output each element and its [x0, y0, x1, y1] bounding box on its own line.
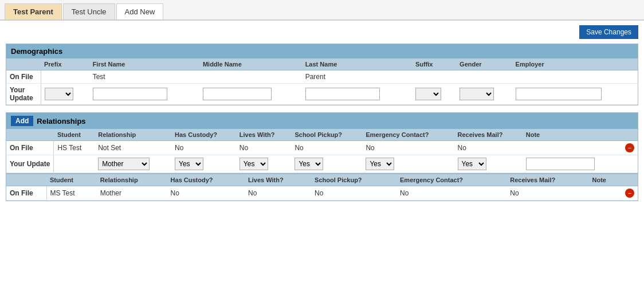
- update-gender-cell: [456, 84, 512, 105]
- relationships-title: Relationships: [37, 117, 85, 126]
- rel-of2-emergency: No: [396, 186, 506, 201]
- rel-of2-pickup: No: [311, 186, 396, 201]
- rel-of2-student: MS Test: [46, 186, 97, 201]
- delete-row-1-button[interactable]: −: [625, 143, 634, 152]
- tab-test-uncle[interactable]: Test Uncle: [63, 3, 115, 19]
- rel-col-empty: [6, 129, 54, 141]
- rel-col-mail: Receives Mail?: [454, 129, 523, 141]
- custody-select-group-1: YesNo: [175, 158, 203, 170]
- update-middle-name-cell: [199, 84, 302, 105]
- col-empty: [6, 58, 41, 70]
- rel-of2-note: [589, 186, 622, 201]
- mail-select-1[interactable]: YesNo: [458, 158, 486, 170]
- rel-upd-lives-with-1: YesNo: [236, 155, 292, 173]
- update-first-name-input[interactable]: [93, 88, 167, 100]
- rel-of-delete-1: −: [622, 141, 638, 155]
- rel-of-mail-1: No: [454, 141, 523, 155]
- rel-col-custody: Has Custody?: [171, 129, 236, 141]
- rel-upd-note-1: [523, 155, 622, 173]
- col-gender: Gender: [456, 58, 512, 70]
- your-update-label: YourUpdate: [6, 84, 41, 105]
- demographics-header: Demographics: [6, 44, 638, 58]
- rel-of2-mail: No: [506, 186, 588, 201]
- rel-on-file-label-1: On File: [6, 141, 54, 155]
- on-file-gender: [456, 70, 512, 84]
- rel-of-relationship-1: Not Set: [95, 141, 171, 155]
- on-file-first-name: Test: [89, 70, 199, 84]
- save-changes-button[interactable]: Save Changes: [579, 25, 638, 39]
- rel-col2-mail: Receives Mail?: [506, 174, 588, 186]
- on-file-last-name: Parent: [302, 70, 412, 84]
- col-middle-name: Middle Name: [199, 58, 302, 70]
- custody-select-1[interactable]: YesNo: [175, 158, 203, 170]
- rel-col-note: Note: [523, 129, 622, 141]
- col-suffix: Suffix: [412, 58, 456, 70]
- on-file-prefix: [41, 70, 89, 84]
- update-prefix-cell: [41, 84, 89, 105]
- demographics-section: Demographics Prefix First Name Middle Na…: [6, 44, 638, 105]
- relationships-header-1: Add Relationships: [6, 113, 638, 129]
- rel-upd-mail-1: YesNo: [454, 155, 523, 173]
- demographics-title: Demographics: [11, 47, 62, 56]
- tab-add-new[interactable]: Add New: [116, 3, 164, 19]
- rel-on-file-row-1: On File HS Test Not Set No No No No No −: [6, 141, 638, 155]
- update-first-name-cell: [89, 84, 199, 105]
- rel-of2-custody: No: [167, 186, 245, 201]
- lives-with-select-1[interactable]: YesNo: [239, 158, 268, 170]
- rel-your-update-row-1: Your Update Mother Father Not Set Guardi…: [6, 155, 638, 173]
- delete-row-2-button[interactable]: −: [625, 189, 634, 198]
- rel-upd-action-1: [622, 155, 638, 173]
- relationships-table-1: Student Relationship Has Custody? Lives …: [6, 129, 638, 173]
- rel-of2-delete: −: [622, 186, 638, 201]
- rel-upd-custody-1: YesNo: [171, 155, 236, 173]
- rel-col-relationship: Relationship: [95, 129, 171, 141]
- relationship-select-1[interactable]: Mother Father Not Set Guardian: [98, 158, 150, 170]
- emergency-select-group-1: YesNo: [366, 158, 394, 170]
- rel-on-file-row-2: On File MS Test Mother No No No No No −: [6, 186, 638, 201]
- col-first-name: First Name: [89, 58, 199, 70]
- demographics-table: Prefix First Name Middle Name Last Name …: [6, 58, 638, 105]
- rel-upd-emergency-1: YesNo: [362, 155, 454, 173]
- rel-header-row-1: Student Relationship Has Custody? Lives …: [6, 129, 638, 141]
- on-file-suffix: [412, 70, 456, 84]
- pickup-select-1[interactable]: YesNo: [294, 158, 323, 170]
- main-content: Save Changes Demographics Prefix First N…: [0, 21, 644, 213]
- lives-with-select-group-1: YesNo: [239, 158, 268, 170]
- on-file-middle-name: [199, 70, 302, 84]
- rel-on-file-label-2: On File: [6, 186, 46, 201]
- tab-test-parent[interactable]: Test Parent: [5, 3, 62, 19]
- tabs-bar: Test Parent Test Uncle Add New: [0, 0, 644, 21]
- col-employer: Employer: [512, 58, 638, 70]
- note-input-1[interactable]: [526, 158, 595, 170]
- add-relationship-button[interactable]: Add: [11, 116, 33, 126]
- rel-col-student: Student: [54, 129, 95, 141]
- rel-of-note-1: [523, 141, 622, 155]
- rel-upd-pickup-1: YesNo: [291, 155, 362, 173]
- update-gender-select[interactable]: [460, 88, 494, 100]
- update-employer-input[interactable]: [516, 88, 602, 100]
- update-suffix-cell: [412, 84, 456, 105]
- rel-col2-relationship: Relationship: [97, 174, 167, 186]
- on-file-employer: [512, 70, 638, 84]
- relationships-table-2: Student Relationship Has Custody? Lives …: [6, 174, 638, 201]
- update-middle-name-input[interactable]: [203, 88, 272, 100]
- rel-upd-student-1: [54, 155, 95, 173]
- update-suffix-select[interactable]: [415, 88, 441, 100]
- rel-of-custody-1: No: [171, 141, 236, 155]
- rel-col2-lives-with: Lives With?: [245, 174, 311, 186]
- rel-your-update-label-1: Your Update: [6, 155, 54, 173]
- demographics-header-row: Prefix First Name Middle Name Last Name …: [6, 58, 638, 70]
- rel-header-row-2: Student Relationship Has Custody? Lives …: [6, 174, 638, 186]
- emergency-select-1[interactable]: YesNo: [366, 158, 394, 170]
- col-last-name: Last Name: [302, 58, 412, 70]
- update-employer-cell: [512, 84, 638, 105]
- rel-upd-relationship-1: Mother Father Not Set Guardian: [95, 155, 171, 173]
- col-prefix: Prefix: [41, 58, 89, 70]
- relationships-section-1: Add Relationships Student Relationship H…: [6, 112, 638, 201]
- demographics-on-file-row: On File Test Parent: [6, 70, 638, 84]
- pickup-select-group-1: YesNo: [294, 158, 323, 170]
- update-last-name-input[interactable]: [305, 88, 380, 100]
- rel-col-lives-with: Lives With?: [236, 129, 292, 141]
- rel-col2-custody: Has Custody?: [167, 174, 245, 186]
- update-prefix-select[interactable]: [45, 88, 73, 100]
